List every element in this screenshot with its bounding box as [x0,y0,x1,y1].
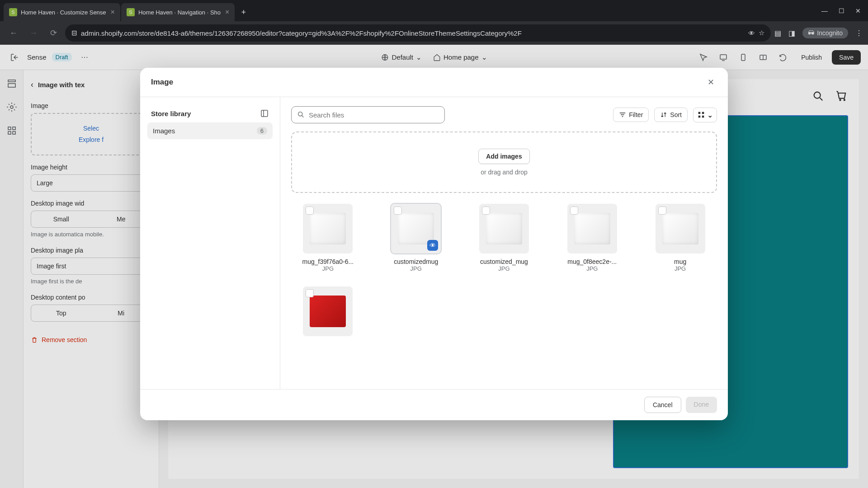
search-input[interactable] [309,111,439,119]
sort-button[interactable]: Sort [654,108,688,122]
file-extension: JPG [586,265,598,272]
add-images-button[interactable]: Add images [478,149,529,164]
file-item[interactable]: customized_mug JPG [467,204,541,272]
search-icon [297,111,305,119]
chevron-down-icon: ⌄ [707,111,713,119]
images-label: Images [153,127,175,135]
file-name: mug [674,258,686,265]
collapse-icon[interactable] [260,109,269,118]
file-thumbnail[interactable] [567,204,617,253]
cancel-button[interactable]: Cancel [644,397,681,413]
filter-label: Filter [629,111,643,118]
file-thumbnail[interactable] [303,204,353,253]
svg-rect-14 [698,112,701,114]
file-checkbox[interactable] [306,289,314,297]
file-checkbox[interactable] [658,206,666,215]
svg-rect-12 [261,110,268,117]
file-extension: JPG [498,265,509,272]
images-count: 6 [257,127,267,135]
images-category[interactable]: Images 6 [147,122,273,139]
sort-label: Sort [670,111,682,118]
modal-footer: Cancel Done [140,389,728,420]
thumb-image [310,213,346,244]
file-checkbox[interactable] [306,206,314,215]
thumb-image [574,213,610,244]
file-item[interactable]: mug JPG [643,204,717,272]
done-button[interactable]: Done [686,397,717,413]
modal-header: Image ✕ [140,68,728,97]
svg-rect-16 [698,116,701,117]
file-name: mug_0f8eec2e-... [567,258,617,265]
modal-title: Image [151,78,173,87]
file-item[interactable] [291,286,365,341]
thumb-image [310,296,346,327]
file-checkbox[interactable] [570,206,578,215]
file-thumbnail[interactable]: 👁 [391,204,441,253]
svg-point-13 [298,112,302,116]
file-grid: mug_f39f76a0-6... JPG 👁 customizedmug JP… [291,204,717,341]
modal-sidebar: Store library Images 6 [140,97,280,389]
file-thumbnail[interactable] [303,286,353,336]
file-name: customizedmug [394,258,438,265]
store-library-header[interactable]: Store library [147,104,273,122]
file-checkbox[interactable] [394,206,402,215]
modal-main: Filter Sort ⌄ Add images or drag and dro… [280,97,728,389]
upload-dropzone[interactable]: Add images or drag and drop [291,131,717,193]
preview-icon[interactable]: 👁 [427,240,438,251]
sort-icon [660,111,667,118]
grid-icon [697,111,705,119]
file-item[interactable]: mug_0f8eec2e-... JPG [555,204,629,272]
file-name: customized_mug [480,258,528,265]
file-extension: JPG [675,265,686,272]
file-thumbnail[interactable] [656,204,705,253]
file-item[interactable]: mug_f39f76a0-6... JPG [291,204,365,272]
file-checkbox[interactable] [482,206,490,215]
file-extension: JPG [322,265,334,272]
file-name: mug_f39f76a0-6... [302,258,354,265]
file-thumbnail[interactable] [479,204,529,253]
file-extension: JPG [410,265,422,272]
image-picker-modal: Image ✕ Store library Images 6 [140,68,728,420]
file-item[interactable]: 👁 customizedmug JPG [379,204,453,272]
filter-button[interactable]: Filter [613,108,649,122]
close-icon[interactable]: ✕ [704,76,717,89]
svg-rect-15 [702,112,704,114]
thumb-image [662,213,698,244]
svg-rect-17 [702,116,704,117]
search-input-wrapper[interactable] [291,106,445,123]
grid-size-toggle[interactable]: ⌄ [693,108,717,122]
filter-icon [619,111,626,118]
store-library-label: Store library [151,110,191,117]
drag-hint: or drag and drop [308,169,700,176]
thumb-image [486,213,522,244]
modal-overlay: Image ✕ Store library Images 6 [0,0,868,488]
